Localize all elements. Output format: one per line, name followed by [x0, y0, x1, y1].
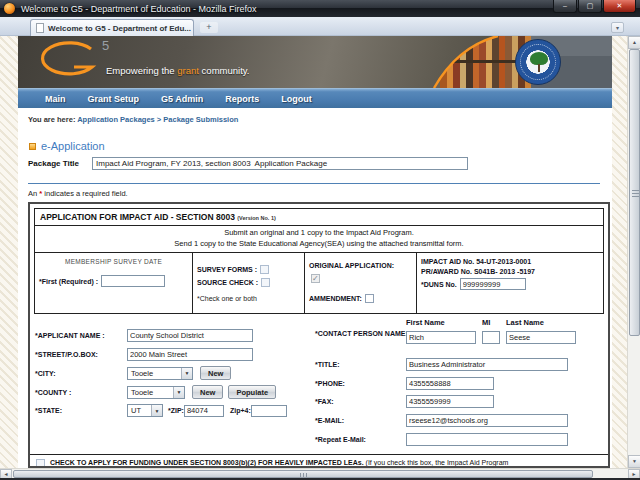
zip4-label: Zip+4:	[230, 407, 251, 414]
page-content: 5 Empowering the grant community.	[18, 36, 612, 468]
horizontal-scrollbar[interactable]: ◄ ►	[0, 468, 640, 478]
amendment-checkbox[interactable]: ✓	[365, 294, 374, 303]
nav-item-logout[interactable]: Logout	[281, 94, 312, 104]
title-label: *TITLE:	[315, 361, 406, 368]
browser-tab[interactable]: Welcome to G5 - Department of Edu...	[30, 19, 194, 36]
survey-forms-label: SURVEY FORMS :	[197, 266, 257, 273]
application-form: APPLICATION FOR IMPACT AID - SECTION 800…	[28, 202, 610, 468]
nav-item-main[interactable]: Main	[45, 94, 66, 104]
state-label: *STATE:	[35, 407, 127, 414]
form-instructions: Submit an original and 1 copy to the Imp…	[34, 225, 604, 253]
membership-survey-cell: MEMBERSHIP SURVEY DATE *First (Required)…	[35, 253, 193, 313]
email-label: *E-MAIL:	[315, 417, 406, 424]
g5-banner: 5 Empowering the grant community.	[18, 36, 612, 88]
zip4-input[interactable]	[251, 405, 287, 417]
street-label: *STREET/P.O.BOX:	[35, 351, 127, 358]
duns-input[interactable]	[460, 278, 526, 290]
vertical-scrollbar[interactable]: ▲ ▼	[627, 36, 640, 468]
county-select[interactable]: Tooele ▼	[127, 386, 185, 399]
form-title: APPLICATION FOR IMPACT AID - SECTION 800…	[34, 208, 604, 226]
zip-input[interactable]	[184, 405, 224, 417]
close-button[interactable]: ✕	[603, 0, 636, 13]
impact-aid-number: IMPACT AID No. 54-UT-2013-0001	[421, 258, 599, 265]
nav-item-grant-setup[interactable]: Grant Setup	[88, 94, 140, 104]
window-titlebar: Welcome to G5 - Department of Education …	[0, 0, 640, 17]
section-bullet-icon	[29, 143, 36, 150]
g5-logo-five: 5	[102, 38, 109, 53]
city-new-button[interactable]: New	[200, 366, 231, 380]
mi-input[interactable]	[482, 331, 500, 344]
pr-award-number: PR/AWARD No. S041B- 2013 -5197	[421, 268, 599, 275]
seal-trunk-icon	[538, 64, 540, 72]
original-application-label: ORIGINAL APPLICATION:	[309, 262, 412, 269]
county-label: *COUNTY :	[35, 389, 127, 396]
page-icon	[36, 23, 44, 33]
thumb-grip	[303, 473, 304, 477]
phone-input[interactable]	[406, 377, 494, 390]
county-dropdown-icon[interactable]: ▼	[173, 387, 184, 398]
form-fields: *APPLICANT NAME : *STREET/P.O.BOX: *CITY…	[30, 314, 608, 454]
award-numbers-cell: IMPACT AID No. 54-UT-2013-0001 PR/AWARD …	[417, 253, 603, 313]
source-check-checkbox[interactable]: ✓	[261, 278, 270, 287]
state-select[interactable]: UT ▼	[127, 404, 163, 417]
list-tabs-button[interactable]: ▾	[611, 22, 624, 33]
email-input[interactable]	[406, 414, 568, 427]
breadcrumb-link-application-packages[interactable]: Application Packages	[77, 115, 155, 124]
package-title-label: Package Title	[28, 159, 92, 168]
last-name-header: Last Name	[506, 318, 544, 327]
survey-forms-cell: SURVEY FORMS : ✓ SOURCE CHECK : ✓ *Check…	[193, 253, 305, 313]
duns-label: *DUNS No.	[421, 281, 457, 288]
original-application-cell: ORIGINAL APPLICATION: ✓ AMMENDMENT: ✓	[305, 253, 417, 313]
county-populate-button[interactable]: Populate	[228, 385, 276, 399]
city-select[interactable]: Tooele ▼	[127, 367, 193, 380]
original-application-checkbox[interactable]: ✓	[311, 274, 320, 283]
nav-item-reports[interactable]: Reports	[225, 94, 259, 104]
scroll-down-button[interactable]: ▼	[628, 455, 640, 468]
banner-tagline: Empowering the grant community.	[106, 65, 249, 76]
tab-bar: Welcome to G5 - Department of Edu... + ▾	[0, 17, 640, 36]
minimize-button[interactable]: –	[553, 0, 577, 13]
maximize-button[interactable]: ▢	[578, 0, 602, 13]
applicant-name-input[interactable]	[127, 329, 253, 342]
first-required-label: *First (Required) :	[39, 278, 98, 285]
applicant-name-label: *APPLICANT NAME :	[35, 332, 127, 339]
phone-label: *PHONE:	[315, 380, 406, 387]
section-header: e-Application	[29, 140, 105, 152]
breadcrumb-link-package-submission[interactable]: Package Submission	[163, 115, 238, 124]
required-field-note: An * indicates a required field.	[28, 189, 128, 198]
last-name-input[interactable]	[506, 331, 576, 344]
window-title: Welcome to G5 - Department of Education …	[21, 4, 256, 14]
county-new-button[interactable]: New	[192, 385, 223, 399]
vertical-scrollbar-thumb[interactable]	[629, 49, 640, 336]
funding-section: ✓ CHECK TO APPLY FOR FUNDING UNDER SECTI…	[30, 454, 608, 468]
page-title: e-Application	[41, 140, 105, 152]
first-name-input[interactable]	[406, 331, 476, 344]
thumb-grip	[632, 193, 639, 194]
funding-rest-text: (If you check this box, the Impact Aid P…	[366, 459, 509, 466]
form-version: (Version No. 1)	[237, 215, 276, 221]
repeat-email-label: *Repeat E-Mail:	[315, 436, 406, 443]
horizontal-scrollbar-thumb[interactable]	[13, 470, 593, 478]
scroll-up-button[interactable]: ▲	[628, 36, 640, 49]
membership-survey-title: MEMBERSHIP SURVEY DATE	[39, 258, 188, 265]
street-input[interactable]	[127, 348, 253, 361]
tab-title: Welcome to G5 - Department of Edu...	[48, 24, 191, 33]
city-label: *CITY:	[35, 370, 127, 377]
main-nav: Main Grant Setup G5 Admin Reports Logout	[18, 88, 612, 108]
survey-date-input[interactable]	[101, 275, 165, 287]
city-dropdown-icon[interactable]: ▼	[181, 368, 192, 379]
source-check-label: SOURCE CHECK :	[197, 279, 258, 286]
repeat-email-input[interactable]	[406, 433, 568, 446]
title-input[interactable]	[406, 358, 568, 371]
survey-forms-checkbox[interactable]: ✓	[260, 265, 269, 274]
package-title-input[interactable]	[92, 157, 468, 170]
nav-item-g5-admin[interactable]: G5 Admin	[161, 94, 203, 104]
state-dropdown-icon[interactable]: ▼	[151, 405, 162, 416]
funding-checkbox[interactable]: ✓	[36, 459, 45, 468]
new-tab-button[interactable]: +	[200, 22, 218, 33]
first-name-header: First Name	[406, 318, 482, 327]
form-top-grid: MEMBERSHIP SURVEY DATE *First (Required)…	[34, 252, 604, 314]
breadcrumb-separator: >	[157, 115, 161, 124]
fax-input[interactable]	[406, 395, 494, 408]
check-note: *Check one or both	[197, 295, 300, 302]
